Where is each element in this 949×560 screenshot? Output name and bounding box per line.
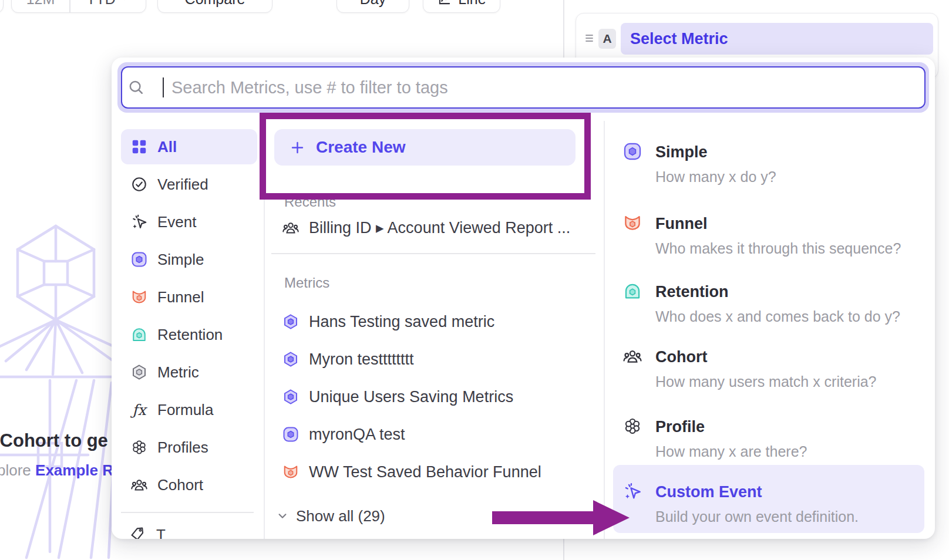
sidebar-item-label: Profiles — [157, 438, 208, 457]
recent-item-billing[interactable]: Billing ID ▸ Account Viewed Report ... — [282, 211, 602, 244]
compare-button[interactable]: Compare — [157, 0, 272, 13]
show-all-button[interactable]: Show all (29) — [275, 500, 510, 532]
sidebar-item-label: Cohort — [157, 476, 203, 494]
formula-icon: ƒx — [130, 402, 148, 419]
compare-label: Compare — [185, 0, 245, 8]
metric-item[interactable]: WW Test Saved Behavior Funnel — [282, 456, 602, 488]
cohort-icon — [130, 476, 148, 494]
metric-item-label: Myron testttttttt — [309, 350, 414, 369]
sidebar-item-verified[interactable]: Verified — [121, 167, 257, 202]
sidebar-item-formula[interactable]: ƒx Formula — [121, 392, 257, 427]
metric-item[interactable]: myronQA test — [282, 418, 602, 451]
sidebar-item-metric[interactable]: Metric — [121, 355, 257, 390]
type-title: Cohort — [655, 346, 877, 367]
retention-icon — [622, 281, 642, 301]
sidebar-item-event[interactable]: Event — [121, 204, 257, 239]
sidebar-item-funnel[interactable]: Funnel — [121, 279, 257, 315]
sidebar-item-cohort[interactable]: Cohort — [121, 467, 257, 502]
event-cursor-icon — [130, 213, 148, 231]
metric-item[interactable]: Unique Users Saving Metrics — [282, 380, 602, 413]
line-chart-icon — [437, 0, 452, 6]
range-ytd-button[interactable]: YTD — [70, 0, 146, 12]
metric-item[interactable]: Hans Testing saved metric — [282, 305, 602, 338]
funnel-icon — [130, 288, 148, 306]
select-metric-field[interactable]: Select Metric — [621, 23, 933, 55]
example-reports-link[interactable]: Example Re — [35, 461, 122, 479]
sidebar-item-simple[interactable]: Simple — [121, 242, 257, 277]
type-title: Retention — [655, 281, 900, 302]
profiles-icon — [622, 416, 642, 436]
metric-item-label: Unique Users Saving Metrics — [309, 388, 513, 406]
sidebar-item-all[interactable]: All — [121, 129, 257, 164]
metric-hexagon-purple-icon — [282, 388, 299, 406]
tag-icon — [129, 524, 148, 539]
type-title: Profile — [655, 416, 807, 437]
type-retention[interactable]: Retention Who does x and comes back to d… — [622, 281, 935, 327]
sidebar-partial-item[interactable]: T — [156, 526, 166, 539]
custom-event-icon — [622, 481, 642, 501]
explore-line: xplore Example Re — [0, 461, 122, 480]
profiles-icon — [130, 438, 148, 456]
sidebar-item-label: Simple — [157, 251, 204, 269]
metrics-header: Metrics — [284, 275, 329, 291]
chevron-down-icon — [275, 508, 290, 524]
verified-badge-icon — [130, 176, 148, 193]
type-desc: Build your own event definition. — [655, 506, 859, 527]
toolbar-edge-button[interactable] — [0, 0, 4, 13]
range-12m-label: 12M — [26, 0, 55, 8]
search-icon — [127, 79, 145, 96]
sidebar-item-label: Funnel — [157, 288, 204, 306]
sidebar-item-label: Retention — [157, 326, 223, 344]
type-desc: How many x do y? — [655, 166, 776, 187]
type-desc: How many x are there? — [655, 441, 807, 462]
funnel-icon — [282, 463, 299, 481]
metric-item-label: WW Test Saved Behavior Funnel — [309, 463, 541, 481]
retention-icon — [130, 326, 148, 343]
sidebar-item-label: Metric — [157, 363, 199, 382]
type-simple[interactable]: Simple How many x do y? — [622, 141, 935, 187]
simple-metric-icon — [622, 141, 642, 161]
sidebar-item-label: Event — [157, 213, 197, 231]
annotation-box — [260, 113, 591, 200]
series-badge: A — [598, 29, 616, 49]
metric-hexagon-purple-icon — [282, 313, 299, 330]
type-desc: Who makes it through this sequence? — [655, 238, 901, 259]
sidebar-item-label: Formula — [157, 401, 213, 419]
sidebar-item-profiles[interactable]: Profiles — [121, 430, 257, 465]
date-range-group: 12M YTD — [11, 0, 146, 13]
sidebar-section-divider — [121, 512, 254, 513]
range-12m-button[interactable]: 12M — [12, 0, 69, 12]
metric-picker-modal: All Verified Event Simple Funnel Retenti… — [112, 58, 935, 539]
interval-label: Day — [360, 0, 386, 8]
recents-divider — [271, 253, 595, 254]
interval-day-button[interactable]: Day — [336, 0, 409, 13]
drag-handle-icon[interactable] — [583, 31, 597, 45]
grid-icon — [130, 138, 148, 156]
type-title: Simple — [655, 141, 776, 163]
simple-metric-icon — [130, 251, 148, 268]
sidebar-item-retention[interactable]: Retention — [121, 317, 257, 352]
annotation-arrow — [492, 511, 593, 524]
type-title: Custom Event — [655, 481, 859, 502]
type-title: Funnel — [655, 213, 901, 234]
sidebar-item-label: All — [157, 138, 177, 156]
metric-item[interactable]: Myron testttttttt — [282, 343, 602, 376]
range-ytd-label: YTD — [86, 0, 116, 8]
type-desc: Who does x and comes back to do y? — [655, 306, 900, 327]
type-cohort[interactable]: Cohort How many users match x criteria? — [622, 346, 935, 392]
funnel-icon — [622, 213, 642, 233]
type-profile[interactable]: Profile How many x are there? — [622, 416, 935, 462]
chart-type-line-button[interactable]: Line — [423, 0, 500, 13]
sidebar-item-label: Verified — [157, 176, 208, 194]
chart-type-label: Line — [458, 0, 486, 8]
metric-hexagon-icon — [130, 363, 148, 381]
simple-metric-icon — [282, 426, 299, 443]
metric-item-label: Hans Testing saved metric — [309, 313, 494, 331]
cohort-icon — [622, 346, 642, 366]
type-custom-event[interactable]: Custom Event Build your own event defini… — [622, 481, 935, 527]
caret-down-icon — [119, 0, 130, 4]
search-input[interactable] — [121, 66, 926, 109]
explore-prefix-fragment: xplore — [0, 461, 35, 479]
type-funnel[interactable]: Funnel Who makes it through this sequenc… — [622, 213, 935, 259]
wireframe-cube-illustration — [0, 194, 117, 560]
